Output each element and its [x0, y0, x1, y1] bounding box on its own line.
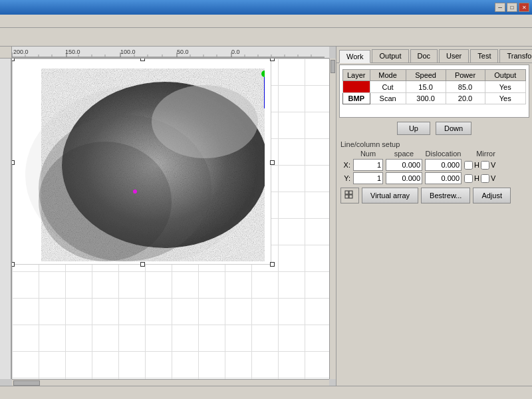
layer-table: Layer Mode Speed Power Output Cut 15.0 8… — [342, 69, 526, 104]
handle-ml[interactable] — [12, 160, 15, 165]
ruler-corner — [0, 47, 12, 59]
y-space-input[interactable] — [386, 172, 422, 184]
menu-bar — [0, 15, 532, 28]
ruler-top: 200.0 150.0 100.0 50.0 0.0 — [12, 47, 329, 59]
handle-bl[interactable] — [12, 262, 15, 267]
svg-rect-41 — [345, 195, 348, 198]
tab-work[interactable]: Work — [339, 50, 370, 63]
x-mirror-h-checkbox[interactable] — [464, 161, 473, 170]
col-mode: Mode — [370, 70, 406, 81]
down-button[interactable]: Down — [436, 122, 471, 135]
tab-bar: Work Output Doc User Test Transform — [336, 47, 532, 63]
svg-point-35 — [133, 190, 137, 194]
up-button[interactable]: Up — [397, 122, 430, 135]
svg-text:100.0: 100.0 — [120, 49, 136, 55]
x-row: X: H V — [336, 158, 532, 172]
svg-point-37 — [261, 70, 265, 77]
x-mirror-h-label: H — [474, 161, 479, 169]
y-mirror-v-label: V — [491, 174, 495, 182]
x-space-input[interactable] — [386, 159, 422, 171]
handle-mr[interactable] — [270, 160, 275, 165]
svg-point-33 — [39, 142, 172, 261]
y-num-input[interactable] — [353, 172, 383, 184]
grid-icon-button[interactable] — [340, 188, 359, 203]
header-mirror: Mirror — [464, 150, 507, 158]
y-mirror-col: H V — [464, 174, 507, 183]
maximize-button[interactable]: □ — [507, 3, 517, 12]
svg-text:50.0: 50.0 — [177, 49, 189, 55]
col-power: Power — [446, 70, 485, 81]
handle-tc[interactable] — [140, 59, 145, 61]
svg-text:0.0: 0.0 — [231, 49, 240, 55]
scrollbar-right[interactable] — [329, 59, 336, 379]
tab-doc[interactable]: Doc — [410, 49, 438, 63]
svg-rect-39 — [345, 191, 348, 194]
scrollbar-thumb-bottom[interactable] — [13, 380, 40, 386]
canvas-area: 200.0 150.0 100.0 50.0 0.0 — [0, 47, 336, 386]
y-row: Y: H V — [336, 172, 532, 185]
handle-br[interactable] — [270, 262, 275, 267]
tab-user[interactable]: User — [439, 49, 469, 63]
handle-bc[interactable] — [140, 262, 145, 267]
y-mirror-v-checkbox[interactable] — [481, 174, 489, 183]
layer-color-red — [343, 81, 370, 93]
y-disloc-input[interactable] — [425, 172, 462, 184]
table-row[interactable]: BMP Scan 300.0 20.0 Yes — [343, 93, 526, 104]
handle-tr[interactable] — [270, 59, 275, 61]
speed-1: 15.0 — [406, 81, 446, 93]
power-2: 20.0 — [446, 93, 485, 104]
close-button[interactable]: ✕ — [519, 3, 529, 12]
col-speed: Speed — [406, 70, 446, 81]
col-output: Output — [485, 70, 526, 81]
x-mirror-v-label: V — [491, 161, 495, 169]
tab-output[interactable]: Output — [372, 49, 408, 63]
right-panel: Work Output Doc User Test Transform Laye… — [336, 47, 532, 386]
header-num: Num — [353, 150, 383, 158]
col-layer: Layer — [343, 70, 370, 81]
speed-2: 300.0 — [406, 93, 446, 104]
y-mirror-h-checkbox[interactable] — [464, 174, 473, 183]
x-mirror-v-checkbox[interactable] — [481, 161, 489, 170]
adjust-button[interactable]: Adjust — [473, 188, 511, 203]
mode-scan: Scan — [370, 93, 406, 104]
canvas-workspace[interactable] — [12, 59, 329, 379]
minimize-button[interactable]: ─ — [495, 3, 505, 12]
scrollbar-bottom[interactable] — [12, 379, 329, 386]
tab-transform[interactable]: Transform — [499, 49, 532, 63]
mode-cut: Cut — [370, 81, 406, 93]
header-dislocation: Dislocation — [425, 150, 462, 158]
svg-text:200.0: 200.0 — [13, 49, 29, 55]
column-headers: Num space Dislocation Mirror — [336, 150, 532, 158]
layer-table-container: Layer Mode Speed Power Output Cut 15.0 8… — [339, 65, 529, 118]
tab-test[interactable]: Test — [470, 49, 498, 63]
main-container: 200.0 150.0 100.0 50.0 0.0 — [0, 47, 532, 386]
output-2: Yes — [485, 93, 526, 104]
svg-text:150.0: 150.0 — [65, 49, 80, 55]
grid-icon — [344, 190, 355, 201]
x-disloc-input[interactable] — [425, 159, 462, 171]
bestrew-button[interactable]: Bestrew... — [421, 188, 470, 203]
svg-point-34 — [152, 85, 258, 158]
bottom-buttons: Virtual array Bestrew... Adjust — [336, 185, 532, 206]
ruler-left — [0, 59, 12, 379]
line-column-title: Line/column setup — [336, 138, 532, 150]
canvas-image — [19, 68, 265, 261]
scrollbar-thumb-right[interactable] — [331, 60, 335, 73]
header-space: space — [386, 150, 422, 158]
x-mirror-col: H V — [464, 161, 507, 170]
svg-rect-40 — [349, 191, 352, 194]
power-1: 85.0 — [446, 81, 485, 93]
y-label: Y: — [340, 174, 350, 182]
canvas-grid — [12, 59, 329, 379]
output-1: Yes — [485, 81, 526, 93]
table-row[interactable]: Cut 15.0 85.0 Yes — [343, 81, 526, 93]
virtual-array-button[interactable]: Virtual array — [362, 188, 418, 203]
status-bar — [0, 386, 532, 399]
y-mirror-h-label: H — [474, 174, 479, 182]
handle-tl[interactable] — [12, 59, 15, 61]
x-num-input[interactable] — [353, 159, 383, 171]
title-bar: ─ □ ✕ — [0, 0, 532, 15]
layer-bmp: BMP — [343, 93, 370, 104]
svg-rect-42 — [349, 195, 352, 198]
x-label: X: — [340, 161, 350, 169]
